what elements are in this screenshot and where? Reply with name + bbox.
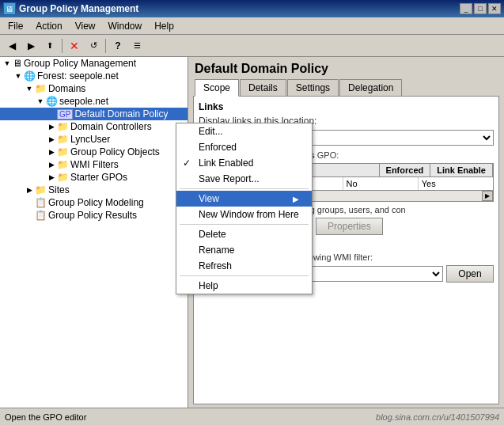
expander-icon: ▶ [47,135,55,143]
modeling-icon: 📋 [35,197,47,208]
expander-icon: ▼ [3,59,11,67]
wmi-open-button[interactable]: Open [446,265,494,283]
minimize-button[interactable]: _ [460,3,472,14]
tree-sites[interactable]: ▶ 📁 Sites [0,184,188,196]
tree-forest[interactable]: ▼ 🌐 Forest: seepole.net [0,70,188,82]
tree-domain-label: seepole.net [59,96,108,107]
cm-edit-label: Edit... [199,126,223,137]
expander-icon: ▶ [25,186,33,194]
tree-wmi-filters[interactable]: ▶ 📁 WMI Filters [0,158,188,171]
tree-modeling-label: Group Policy Modeling [48,197,144,208]
maximize-button[interactable]: □ [474,3,487,14]
expander-icon: ▼ [14,72,22,80]
cm-new-window-label: New Window from Here [199,209,299,220]
tree-lync-user[interactable]: ▶ 📁 LyncUser [0,133,188,146]
dc-icon: 📁 [57,121,69,132]
tab-settings[interactable]: Settings [287,79,339,96]
left-panel: ▼ 🖥 Group Policy Management ▼ 🌐 Forest: … [0,57,188,408]
expander-icon: ▼ [36,97,44,105]
cm-separator-3 [180,275,309,276]
gpo-icon: GP [57,109,73,120]
cm-refresh-label: Refresh [199,260,232,271]
cm-view[interactable]: View ▶ [176,191,312,207]
help-button[interactable]: ? [109,37,127,55]
tree-domain-seepole[interactable]: ▼ 🌐 seepole.net [0,95,188,108]
status-bar: Open the GPO editor blog.sina.com.cn/u/1… [0,408,504,425]
extra-button[interactable]: ☰ [128,37,146,55]
domain-icon: 🌐 [46,96,58,107]
cm-separator-2 [180,224,309,225]
menu-file[interactable]: File [2,19,29,33]
tree-root[interactable]: ▼ 🖥 Group Policy Management [0,57,188,70]
tree-domains[interactable]: ▼ 📁 Domains [0,82,188,95]
status-text: Open the GPO editor [5,412,86,422]
tree-dc-label: Domain Controllers [70,121,152,132]
cm-new-window[interactable]: New Window from Here [176,207,312,222]
tree-forest-label: Forest: seepole.net [37,70,119,82]
tree-default-domain-policy[interactable]: GP Default Domain Policy [0,108,188,120]
expander-icon: ▶ [47,173,55,181]
context-menu: Edit... Enforced ✓ Link Enabled Save Rep… [176,123,313,294]
lync-icon: 📁 [57,134,69,145]
cm-delete[interactable]: Delete [176,226,312,242]
menu-view[interactable]: View [69,19,102,33]
folder-icon: 🖥 [13,58,22,69]
window-controls: _ □ ✕ [460,3,501,14]
tree-starter-label: Starter GPOs [70,172,127,183]
links-section-title: Links [199,101,494,112]
cm-separator-1 [180,188,309,189]
tab-delegation[interactable]: Delegation [339,79,402,96]
panel-title: Default Domain Policy [188,57,504,79]
toolbar-separator-2 [105,39,106,53]
cm-help[interactable]: Help [176,278,312,294]
tab-scope[interactable]: Scope [195,79,239,97]
cm-link-enabled[interactable]: ✓ Link Enabled [176,155,312,171]
cm-link-enabled-label: Link Enabled [199,157,253,169]
tree-gp-modeling[interactable]: 📋 Group Policy Modeling [0,196,188,209]
results-icon: 📋 [35,210,47,221]
scroll-right[interactable]: ▶ [482,191,493,201]
delete-button[interactable]: ✕ [66,37,83,55]
menu-window[interactable]: Window [102,19,149,33]
expander-icon: ▶ [47,161,55,169]
starter-icon: 📁 [57,172,69,183]
td-link-enabled: Yes [419,177,493,190]
tree-domain-controllers[interactable]: ▶ 📁 Domain Controllers [0,120,188,133]
tree-gpo[interactable]: ▶ 📁 Group Policy Objects [0,146,188,158]
expander-icon: ▼ [25,85,33,93]
cm-enforced[interactable]: Enforced [176,139,312,155]
domains-icon: 📁 [35,83,47,94]
cm-save-report[interactable]: Save Report... [176,171,312,187]
sites-icon: 📁 [35,184,47,195]
refresh-button[interactable]: ↺ [85,37,102,55]
expander-icon: ▶ [47,123,55,131]
cm-rename[interactable]: Rename [176,242,312,258]
cm-refresh[interactable]: Refresh [176,258,312,274]
menu-action[interactable]: Action [29,19,68,33]
up-button[interactable]: ⬆ [41,37,59,55]
gpo-folder-icon: 📁 [57,146,69,157]
app-icon: 🖥 [3,2,16,15]
cm-help-label: Help [199,280,218,291]
tree-gpo-label: Group Policy Objects [70,146,160,157]
toolbar: ◀ ▶ ⬆ ✕ ↺ ? ☰ [0,35,504,57]
properties-button[interactable]: Properties [316,218,383,235]
check-icon: ✓ [183,157,191,169]
close-button[interactable]: ✕ [488,3,501,14]
forward-button[interactable]: ▶ [22,37,40,55]
tab-details[interactable]: Details [240,79,286,96]
wmi-icon: 📁 [57,159,69,170]
col-enforced: Enforced [380,164,431,176]
tree-gp-results[interactable]: 📋 Group Policy Results [0,209,188,222]
cm-save-report-label: Save Report... [199,173,260,184]
toolbar-separator-1 [62,39,63,53]
cm-view-label: View [199,193,219,204]
menu-help[interactable]: Help [148,19,180,33]
tree-lync-label: LyncUser [70,134,110,145]
cm-edit[interactable]: Edit... [176,123,312,139]
back-button[interactable]: ◀ [3,37,21,55]
title-bar: 🖥 Group Policy Management _ □ ✕ [0,0,504,17]
tree-starter-gpos[interactable]: ▶ 📁 Starter GPOs [0,171,188,184]
tree-results-label: Group Policy Results [48,210,137,221]
tree-default-domain-label: Default Domain Policy [74,108,168,120]
